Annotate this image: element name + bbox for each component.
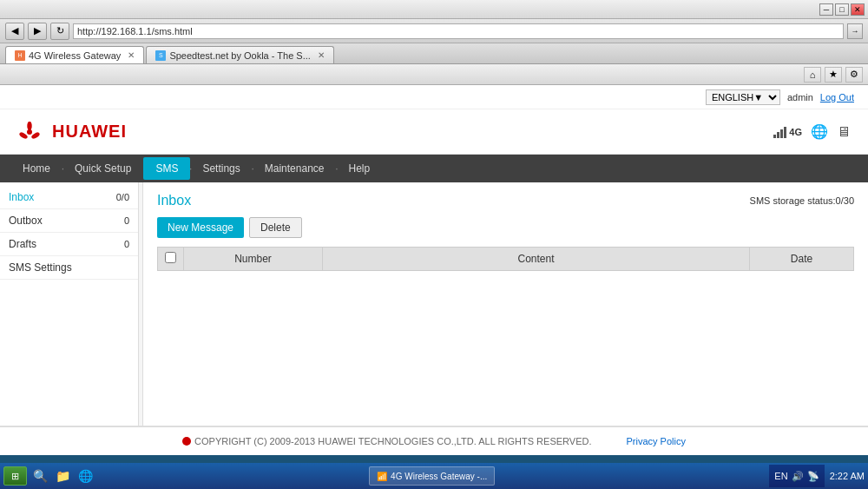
browser-chrome: ─ □ ✕ ◀ ▶ ↻ → H 4G Wireless Gateway ✕ S … xyxy=(0,0,868,85)
panel-title: Inbox xyxy=(157,193,191,208)
4g-signal: 4G xyxy=(773,126,802,138)
4g-label: 4G xyxy=(789,127,802,137)
back-button[interactable]: ◀ xyxy=(5,23,24,40)
username-label: admin xyxy=(787,92,813,102)
inbox-count: 0/0 xyxy=(116,192,129,202)
nav-sms[interactable]: SMS xyxy=(143,157,190,180)
title-bar: ─ □ ✕ xyxy=(0,0,868,19)
huawei-logo-icon xyxy=(14,120,45,144)
title-bar-buttons: ─ □ ✕ xyxy=(819,3,865,16)
volume-icon: 🔊 xyxy=(792,471,804,482)
taskbar-right: EN 🔊 📡 2:22 AM xyxy=(769,465,865,487)
taskbar-icon-1[interactable]: 🔍 xyxy=(30,466,49,486)
language-select[interactable]: ENGLISH▼ xyxy=(706,89,780,105)
go-button[interactable]: → xyxy=(847,23,863,39)
app-favicon: 📶 xyxy=(377,472,387,481)
select-all-checkbox[interactable] xyxy=(165,252,176,263)
minimize-button[interactable]: ─ xyxy=(819,3,833,16)
taskbar: ⊞ 🔍 📁 🌐 📶 4G Wireless Gateway -... EN 🔊 … xyxy=(0,463,868,489)
footer-logo-dot xyxy=(182,437,191,446)
tools-icon[interactable]: ⚙ xyxy=(845,67,863,83)
footer: COPYRIGHT (C) 2009-2013 HUAWEI TECHNOLOG… xyxy=(0,426,868,455)
bar1 xyxy=(773,135,776,138)
taskbar-app-gateway[interactable]: 📶 4G Wireless Gateway -... xyxy=(369,466,495,486)
nav-home[interactable]: Home xyxy=(10,157,62,180)
tab-1[interactable]: H 4G Wireless Gateway ✕ xyxy=(5,46,144,63)
refresh-button[interactable]: ↻ xyxy=(50,23,69,40)
svg-point-5 xyxy=(30,131,40,139)
star-icon[interactable]: ★ xyxy=(825,67,842,83)
logo: HUAWEI xyxy=(14,120,127,144)
close-button[interactable]: ✕ xyxy=(851,3,865,16)
delete-button[interactable]: Delete xyxy=(249,217,302,238)
bar4 xyxy=(784,127,786,138)
tab1-close[interactable]: ✕ xyxy=(128,50,135,60)
nav-menu: Home Quick Setup SMS Settings Maintenanc… xyxy=(0,155,868,182)
sidebar: Inbox 0/0 Outbox 0 Drafts 0 SMS Settings xyxy=(0,182,139,426)
nav-settings[interactable]: Settings xyxy=(190,157,252,180)
bar3 xyxy=(780,129,783,138)
nav-maintenance[interactable]: Maintenance xyxy=(253,157,337,180)
page-content: ENGLISH▼ admin Log Out HUAWEI xyxy=(0,85,868,455)
copyright-text: COPYRIGHT (C) 2009-2013 HUAWEI TECHNOLOG… xyxy=(194,436,591,446)
sidebar-item-sms-settings[interactable]: SMS Settings xyxy=(0,256,138,280)
taskbar-icon-2[interactable]: 📁 xyxy=(53,466,72,486)
signal-bars xyxy=(773,126,786,138)
time-label: 2:22 AM xyxy=(830,470,865,482)
th-content: Content xyxy=(323,248,750,271)
th-number: Number xyxy=(184,248,323,271)
logout-button[interactable]: Log Out xyxy=(820,92,854,102)
new-message-button[interactable]: New Message xyxy=(157,217,244,238)
tab1-label: 4G Wireless Gateway xyxy=(29,50,121,61)
content-area: Inbox 0/0 Outbox 0 Drafts 0 SMS Settings… xyxy=(0,182,868,426)
top-bar: ENGLISH▼ admin Log Out xyxy=(0,85,868,109)
panel-header: Inbox SMS storage status:0/30 xyxy=(157,193,854,208)
taskbar-icon-3[interactable]: 🌐 xyxy=(76,466,95,486)
sidebar-item-inbox[interactable]: Inbox 0/0 xyxy=(0,186,138,209)
drafts-count: 0 xyxy=(124,239,129,249)
storage-status: SMS storage status:0/30 xyxy=(750,195,854,206)
clock: 2:22 AM xyxy=(830,470,865,482)
tab1-favicon: H xyxy=(15,50,25,61)
forward-button[interactable]: ▶ xyxy=(28,23,47,40)
footer-logo: COPYRIGHT (C) 2009-2013 HUAWEI TECHNOLOG… xyxy=(182,436,591,446)
nav-help[interactable]: Help xyxy=(336,157,382,180)
monitor-icon: 🖥 xyxy=(837,124,851,140)
sidebar-item-outbox[interactable]: Outbox 0 xyxy=(0,209,138,233)
tab2-close[interactable]: ✕ xyxy=(318,50,325,60)
th-date: Date xyxy=(750,248,854,271)
maximize-button[interactable]: □ xyxy=(835,3,849,16)
windows-logo-icon: ⊞ xyxy=(11,471,19,482)
tab2-label: Speedtest.net by Ookla - The S... xyxy=(169,50,310,61)
nav-quick-setup[interactable]: Quick Setup xyxy=(62,157,143,180)
sidebar-item-drafts[interactable]: Drafts 0 xyxy=(0,233,138,256)
svg-point-2 xyxy=(28,122,32,130)
address-input[interactable] xyxy=(73,23,844,39)
home-icon[interactable]: ⌂ xyxy=(804,67,821,83)
taskbar-language: EN xyxy=(774,471,787,481)
svg-point-6 xyxy=(18,131,28,139)
bar2 xyxy=(777,132,779,138)
table-header-row: Number Content Date xyxy=(158,248,854,271)
action-bar: New Message Delete xyxy=(157,217,854,238)
notification-area: EN 🔊 📡 xyxy=(769,465,824,487)
toolbar-bar: ⌂ ★ ⚙ xyxy=(0,64,868,85)
tab-2[interactable]: S Speedtest.net by Ookla - The S... ✕ xyxy=(146,46,333,63)
page-header: HUAWEI 4G 🌐 🖥 xyxy=(0,109,868,155)
tabs-bar: H 4G Wireless Gateway ✕ S Speedtest.net … xyxy=(0,43,868,64)
taskbar-apps: 📶 4G Wireless Gateway -... xyxy=(369,466,495,486)
address-bar: ◀ ▶ ↻ → xyxy=(0,19,868,43)
network-icon: 📡 xyxy=(807,471,819,482)
th-checkbox xyxy=(158,248,184,271)
signal-indicators: 4G 🌐 🖥 xyxy=(773,123,851,140)
tab2-favicon: S xyxy=(155,50,166,61)
globe-icon: 🌐 xyxy=(811,123,828,140)
messages-table: Number Content Date xyxy=(157,247,854,271)
main-panel: Inbox SMS storage status:0/30 New Messag… xyxy=(142,182,868,426)
privacy-policy-link[interactable]: Privacy Policy xyxy=(626,436,685,446)
start-button[interactable]: ⊞ xyxy=(3,466,27,486)
outbox-count: 0 xyxy=(124,215,129,226)
brand-name: HUAWEI xyxy=(52,122,127,142)
